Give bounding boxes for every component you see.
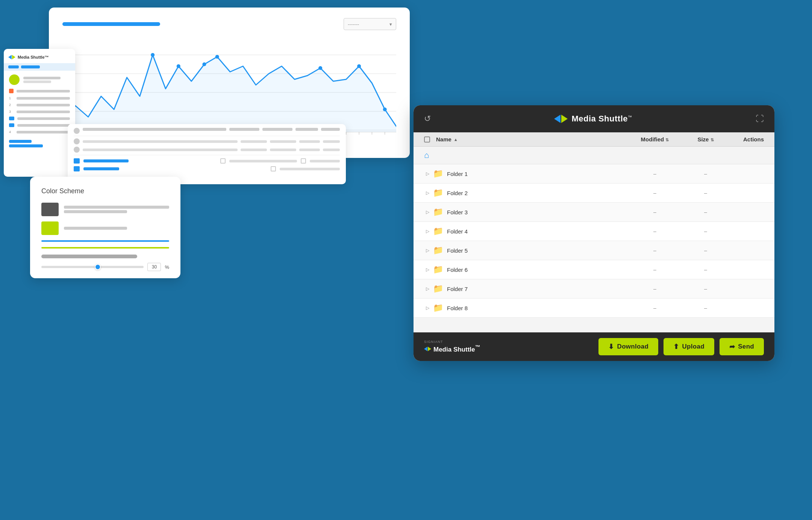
folder-modified: – — [625, 305, 685, 311]
color-row-1 — [41, 203, 169, 216]
sidebar-item[interactable] — [9, 89, 70, 93]
table-cell — [323, 149, 340, 151]
file-row-folder3[interactable]: ▷ 📁 Folder 3 – – — [414, 203, 774, 222]
sidebar-item[interactable] — [9, 117, 70, 120]
table-cell — [83, 140, 238, 143]
table-bottom-section — [74, 155, 340, 171]
expand-icon[interactable]: ▷ — [424, 170, 431, 177]
folder-name: Folder 2 — [447, 190, 625, 196]
col-name-header[interactable]: Name ▲ — [424, 136, 625, 143]
file-row-folder8[interactable]: ▷ 📁 Folder 8 – – — [414, 299, 774, 318]
table-row — [74, 166, 340, 171]
slider-pct-label: % — [165, 264, 169, 270]
x-icon — [9, 89, 14, 93]
table-cell — [299, 140, 320, 143]
arrow-left-icon — [8, 55, 12, 59]
file-row-folder7[interactable]: ▷ 📁 Folder 7 – – — [414, 279, 774, 299]
sidebar-item[interactable] — [9, 123, 70, 127]
sidebar-blue-bar — [9, 144, 43, 147]
sidebar-item[interactable]: 2 — [9, 103, 70, 107]
color-swatch-dark[interactable] — [41, 203, 59, 216]
sort-size-icon[interactable]: ⇅ — [710, 138, 714, 142]
color-label-line — [64, 206, 169, 209]
table-header-cell — [74, 128, 80, 134]
slider-value-box[interactable]: 30 — [147, 263, 161, 271]
table-cell — [241, 149, 267, 151]
file-row-folder2[interactable]: ▷ 📁 Folder 2 – – — [414, 183, 774, 203]
expand-icon[interactable]: ▷ — [424, 209, 431, 215]
expand-icon[interactable]: ▷ — [424, 285, 431, 292]
expand-icon[interactable]: ▷ — [424, 305, 431, 311]
sidebar-app-panel: Media Shuttle™ 1 2 3 — [4, 49, 75, 177]
download-label: Download — [617, 343, 649, 350]
folder-modified: – — [625, 190, 685, 196]
sidebar-blue-bar — [9, 140, 32, 143]
chart-title-bar: ------- ▾ — [62, 18, 396, 30]
table-header-cell — [262, 128, 292, 131]
expand-icon[interactable]: ▷ — [424, 266, 431, 273]
sort-modified-icon[interactable]: ⇅ — [665, 138, 669, 142]
footer-logo: SIGNIANT Media Shuttle™ — [424, 340, 480, 353]
file-row-folder6[interactable]: ▷ 📁 Folder 6 – – — [414, 260, 774, 279]
sort-asc-icon[interactable]: ▲ — [454, 137, 458, 142]
avatar — [9, 74, 20, 85]
fullscreen-icon[interactable]: ⛶ — [756, 114, 764, 124]
sidebar-item[interactable]: 3 — [9, 110, 70, 114]
svg-point-33 — [202, 62, 206, 66]
file-row-folder5[interactable]: ▷ 📁 Folder 5 – – — [414, 241, 774, 260]
col-size-header[interactable]: Size ⇅ — [685, 136, 726, 143]
folder-size: – — [685, 305, 726, 311]
col-actions-header: Actions — [726, 136, 764, 143]
checkbox-icon — [220, 158, 226, 164]
expand-icon[interactable]: ▷ — [424, 247, 431, 254]
send-icon: ➦ — [729, 343, 735, 351]
refresh-icon[interactable]: ↺ — [424, 114, 431, 124]
expand-icon[interactable]: ▷ — [424, 228, 431, 235]
file-row-folder1[interactable]: ▷ 📁 Folder 1 – – — [414, 164, 774, 183]
slider-value: 30 — [152, 264, 157, 270]
upload-label: Upload — [682, 343, 704, 350]
select-all-checkbox[interactable] — [424, 136, 430, 143]
upload-button[interactable]: ⬆ Upload — [664, 338, 714, 355]
row-icon — [74, 147, 80, 153]
folder-icon: 📁 — [433, 303, 443, 313]
table-cell — [299, 149, 320, 151]
folder-size: – — [685, 228, 726, 234]
color-swatch-lime[interactable] — [41, 221, 59, 235]
opacity-slider-track — [41, 255, 137, 258]
svg-point-37 — [383, 108, 387, 111]
slider-thumb[interactable] — [95, 264, 101, 270]
color-label-line — [64, 227, 127, 230]
folder-icon: 📁 — [433, 246, 443, 255]
download-button[interactable]: ⬇ Download — [598, 338, 658, 355]
user-icon — [74, 166, 80, 171]
send-button[interactable]: ➦ Send — [720, 338, 764, 355]
folder-size: – — [685, 247, 726, 253]
send-label: Send — [738, 343, 754, 350]
color-label — [64, 227, 169, 230]
user-icon — [74, 158, 80, 164]
home-row[interactable]: ⌂ — [414, 147, 774, 164]
color-label — [64, 206, 169, 213]
file-row-folder4[interactable]: ▷ 📁 Folder 4 – – — [414, 222, 774, 241]
checkbox-icon — [271, 166, 276, 171]
col-modified-header[interactable]: Modified ⇅ — [625, 136, 685, 143]
folder-icon: 📁 — [433, 188, 443, 198]
chart-dropdown[interactable]: ------- ▾ — [344, 18, 396, 30]
filebrowser-footer: SIGNIANT Media Shuttle™ ⬇ Download ⬆ Upl… — [414, 332, 774, 361]
arrow-right-icon — [12, 55, 15, 59]
arrow-right-icon — [428, 347, 431, 351]
sidebar-avatar-row — [4, 72, 75, 87]
folder-name: Folder 7 — [447, 286, 625, 292]
slider-track[interactable] — [41, 266, 144, 268]
sidebar-item[interactable]: 1 — [9, 96, 70, 100]
checkbox-icon — [301, 158, 306, 164]
row-icon — [74, 138, 80, 144]
signiant-label: SIGNIANT — [424, 340, 480, 344]
arrow-right-icon — [561, 115, 568, 123]
expand-icon[interactable]: ▷ — [424, 190, 431, 196]
folder-icon: 📁 — [433, 265, 443, 274]
table-header-cell — [321, 128, 340, 131]
sidebar-item[interactable]: 4 — [9, 130, 70, 134]
table-cell — [280, 168, 340, 170]
